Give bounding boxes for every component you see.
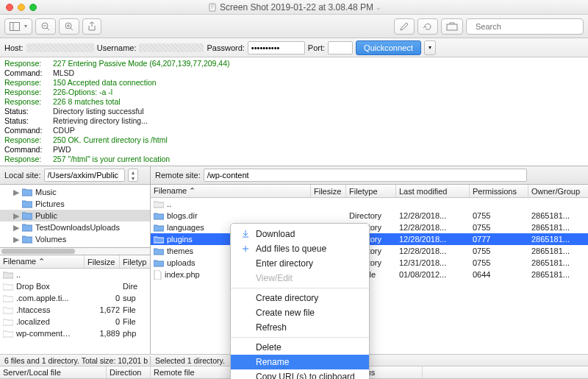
- host-label: Host:: [4, 43, 24, 52]
- parent-dir-icon: [154, 200, 164, 208]
- local-list-header: Filename ⌃ Filesize Filetyp: [0, 255, 150, 269]
- password-field[interactable]: [248, 41, 305, 54]
- port-label: Port:: [308, 43, 325, 52]
- menu-item-label: Enter directory: [256, 258, 313, 269]
- folder-icon: [3, 330, 13, 338]
- password-label: Password:: [207, 43, 244, 52]
- quickconnect-history-button[interactable]: ▾: [424, 40, 436, 55]
- remote-site-bar: Remote site:: [151, 166, 588, 184]
- menu-item[interactable]: Add files to queue: [231, 241, 369, 256]
- layout-segmented[interactable]: ▾: [4, 18, 32, 35]
- log-line: Response:227 Entering Passive Mode (64,2…: [4, 59, 584, 68]
- title-dropdown-icon[interactable]: ⌵: [376, 4, 380, 11]
- file-row[interactable]: .htaccess1,672File: [0, 304, 150, 316]
- remote-site-path[interactable]: [204, 169, 527, 182]
- tree-item[interactable]: ▶Volumes: [0, 233, 150, 245]
- log-line: Response:150 Accepted data connection: [4, 78, 584, 88]
- menu-item[interactable]: Copy URL(s) to clipboard: [231, 369, 369, 379]
- log-line: Command:PWD: [4, 145, 584, 155]
- col-filesize[interactable]: Filesize: [85, 255, 120, 268]
- menu-item[interactable]: Enter directory: [231, 256, 369, 271]
- svg-rect-10: [447, 24, 457, 30]
- menu-item-label: Delete: [256, 342, 282, 353]
- menu-item[interactable]: Create directory: [231, 291, 369, 305]
- rotate-button[interactable]: [417, 18, 438, 35]
- col-filetype[interactable]: Filetyp: [120, 255, 150, 268]
- document-icon: [208, 3, 217, 12]
- remote-site-label: Remote site:: [155, 171, 201, 180]
- folder-icon: [154, 259, 164, 267]
- folder-icon: [154, 212, 164, 220]
- titlebar: Screen Shot 2019-01-22 at 3.08.48 PM ⌵: [0, 0, 588, 15]
- file-row[interactable]: ..: [151, 198, 588, 210]
- remote-list-header: Filename ⌃ Filesize Filetype Last modifi…: [151, 185, 588, 198]
- briefcase-icon: [446, 22, 458, 31]
- folder-icon: [3, 294, 13, 302]
- disclosure-arrow-icon[interactable]: ▶: [13, 188, 19, 197]
- quickconnect-button[interactable]: Quickconnect: [356, 40, 421, 55]
- col-owner[interactable]: Owner/Group: [528, 185, 588, 197]
- quickconnect-bar: Host: Username: Password: Port: Quickcon…: [0, 38, 588, 57]
- local-site-bar: Local site: ▴▾: [0, 166, 151, 184]
- menu-item[interactable]: Refresh: [231, 320, 369, 335]
- col-filesize[interactable]: Filesize: [311, 185, 346, 197]
- file-row[interactable]: blogs.dirDirectory12/28/2018...075528651…: [151, 210, 588, 222]
- zoom-in-button[interactable]: [59, 18, 79, 35]
- tree-scrollbar[interactable]: [0, 248, 150, 255]
- message-log[interactable]: Response:227 Entering Passive Mode (64,2…: [0, 57, 588, 166]
- local-file-list[interactable]: ..Drop BoxDire.com.apple.ti...0sup.htacc…: [0, 269, 150, 354]
- share-icon: [87, 21, 96, 32]
- menu-separator: [231, 337, 369, 338]
- log-line: Status:Directory listing successful: [4, 107, 584, 116]
- local-site-path[interactable]: [44, 169, 125, 182]
- menu-item-label: Refresh: [256, 322, 287, 333]
- toolbar-search[interactable]: [466, 18, 584, 35]
- file-row[interactable]: .com.apple.ti...0sup: [0, 292, 150, 304]
- file-row[interactable]: ..: [0, 269, 150, 280]
- file-row[interactable]: .localized0File: [0, 316, 150, 327]
- tree-item[interactable]: ▶Music: [0, 186, 150, 198]
- svg-line-7: [71, 28, 73, 30]
- log-line: Response:257 "/html" is your current loc…: [4, 155, 584, 164]
- menu-item[interactable]: Download: [231, 227, 369, 241]
- username-field[interactable]: [139, 43, 204, 52]
- disclosure-arrow-icon[interactable]: ▶: [13, 211, 19, 221]
- search-input[interactable]: [474, 21, 578, 32]
- folder-icon: [3, 283, 13, 291]
- col-last-modified[interactable]: Last modified: [396, 185, 470, 197]
- zoom-in-icon: [64, 21, 74, 32]
- queue-col-end[interactable]: [423, 366, 588, 378]
- tree-item[interactable]: Pictures: [0, 198, 150, 210]
- menu-item-label: Copy URL(s) to clipboard: [256, 372, 355, 379]
- log-line: Command:MLSD: [4, 68, 584, 78]
- menu-item-label: Create new file: [256, 308, 315, 318]
- col-filename[interactable]: Filename ⌃: [0, 255, 85, 268]
- edit-button[interactable]: [394, 18, 415, 35]
- disclosure-arrow-icon[interactable]: ▶: [13, 235, 19, 244]
- tree-item-label: Volumes: [35, 235, 66, 244]
- menu-item[interactable]: Create new file: [231, 305, 369, 320]
- svg-line-4: [47, 28, 49, 30]
- menu-item-label: Download: [256, 229, 295, 239]
- local-tree[interactable]: ▶MusicPictures▶Public▶TestDownloadsUploa…: [0, 185, 150, 248]
- menu-item[interactable]: Rename: [231, 355, 369, 369]
- share-button[interactable]: [82, 18, 101, 35]
- download-icon: [242, 230, 249, 238]
- menu-item[interactable]: Delete: [231, 340, 369, 355]
- tree-item[interactable]: ▶TestDownloadsUploads: [0, 222, 150, 233]
- file-row[interactable]: Drop BoxDire: [0, 280, 150, 292]
- local-path-stepper[interactable]: ▴▾: [128, 169, 138, 182]
- disclosure-arrow-icon[interactable]: ▶: [13, 223, 19, 233]
- col-filetype[interactable]: Filetype: [346, 185, 396, 197]
- col-filename[interactable]: Filename ⌃: [151, 185, 311, 197]
- tree-item[interactable]: ▶Public: [0, 210, 150, 222]
- queue-col-direction[interactable]: Direction: [107, 366, 151, 378]
- port-field[interactable]: [328, 41, 353, 54]
- toolbox-button[interactable]: [441, 18, 463, 35]
- file-row[interactable]: wp-comment…1,889php: [0, 327, 150, 339]
- zoom-out-button[interactable]: [35, 18, 56, 35]
- col-permissions[interactable]: Permissions: [470, 185, 528, 197]
- tree-item-label: Public: [35, 211, 57, 220]
- queue-col-server[interactable]: Server/Local file: [0, 366, 107, 378]
- host-field[interactable]: [26, 43, 94, 52]
